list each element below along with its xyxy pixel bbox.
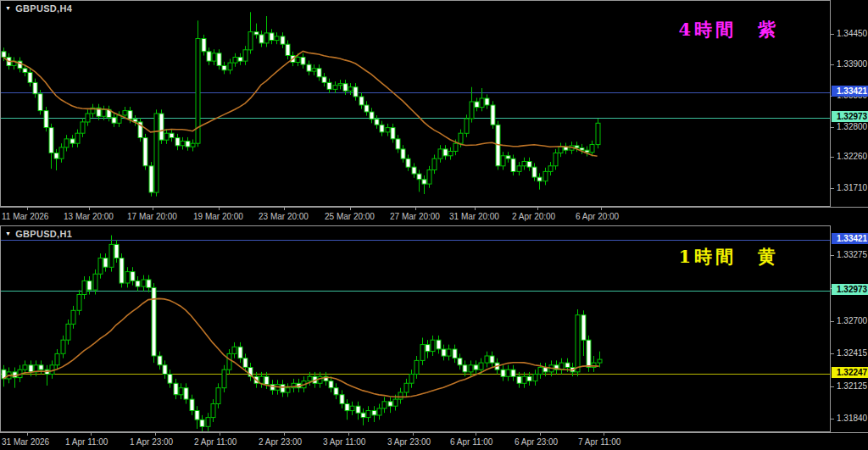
- time-tick-label: 31 Mar 2026: [2, 437, 49, 447]
- moving-average-line: [3, 51, 598, 156]
- chart-title-h4[interactable]: ▼GBPUSD,H4: [5, 3, 72, 14]
- price-tick-label: 1.31710: [831, 183, 868, 193]
- time-tick-label: 1 Apr 11:00: [65, 437, 108, 447]
- price-tick-label: 1.32260: [831, 152, 868, 162]
- time-tick-label: 6 Apr 20:00: [576, 212, 619, 221]
- tick-mark: [153, 208, 153, 210]
- tick-mark: [350, 208, 351, 210]
- time-tick-label: 1 Apr 23:00: [130, 437, 173, 447]
- candlestick-series: [2, 236, 602, 431]
- chart-menu-arrow-icon[interactable]: ▼: [5, 5, 11, 11]
- price-tag: 1.32247: [832, 367, 868, 378]
- tick-mark: [27, 433, 28, 436]
- time-tick-label: 31 Mar 20:00: [449, 212, 499, 221]
- timeframe-annotation-h4: 4時間 紫: [678, 18, 779, 42]
- tick-mark: [91, 433, 92, 436]
- timeframe-annotation-h1: 1時間 黄: [678, 245, 779, 269]
- tick-mark: [284, 208, 285, 210]
- price-tag: 1.32973: [832, 111, 868, 122]
- price-axis-h4[interactable]: 1.344501.339001.333501.328001.322601.317…: [831, 0, 868, 207]
- tick-mark: [831, 255, 834, 256]
- tick-mark: [27, 208, 28, 210]
- price-tick-label: 1.33275: [831, 250, 868, 260]
- time-tick-label: 3 Apr 23:00: [387, 437, 431, 447]
- price-tick-label: 1.32125: [831, 381, 868, 392]
- tick-mark: [831, 188, 834, 189]
- tick-mark: [476, 433, 476, 436]
- tick-mark: [831, 321, 834, 322]
- time-tick-label: 19 Mar 20:00: [193, 212, 243, 221]
- time-tick-label: 27 Mar 20:00: [390, 212, 440, 221]
- moving-average-line: [3, 298, 599, 397]
- price-tick-label: 1.34450: [831, 29, 868, 39]
- chart-panel-h1: ▼GBPUSD,H1 1時間 黄 1.332751.329901.327001.…: [0, 225, 868, 450]
- price-tag: 1.33421: [832, 86, 868, 97]
- tick-mark: [831, 419, 834, 419]
- time-tick-label: 2 Apr 23:00: [259, 437, 302, 447]
- tick-mark: [601, 208, 602, 210]
- time-tick-label: 2 Apr 20:00: [512, 212, 555, 221]
- tick-mark: [831, 353, 834, 354]
- tick-mark: [413, 433, 414, 436]
- candlestick-series: [2, 12, 600, 196]
- chart-panel-h4: ▼GBPUSD,H4 4時間 紫 1.344501.339001.333501.…: [0, 0, 868, 225]
- chart-menu-arrow-icon[interactable]: ▼: [5, 231, 11, 236]
- price-tag: 1.33421: [832, 233, 868, 244]
- tick-mark: [831, 64, 834, 65]
- price-tick-label: 1.32700: [831, 316, 868, 326]
- time-axis-h1[interactable]: 31 Mar 20261 Apr 11:001 Apr 23:002 Apr 1…: [0, 432, 868, 450]
- price-tag: 1.32973: [832, 284, 868, 295]
- symbol-period-label: GBPUSD,H4: [15, 3, 72, 14]
- tick-mark: [155, 433, 156, 436]
- time-tick-label: 3 Apr 11:00: [323, 437, 365, 447]
- time-tick-label: 2 Apr 11:00: [194, 437, 236, 447]
- tick-mark: [415, 208, 416, 210]
- tick-mark: [89, 208, 90, 210]
- time-tick-label: 17 Mar 20:00: [127, 212, 177, 221]
- price-axis-h1[interactable]: 1.332751.329901.327001.324151.321251.318…: [831, 225, 868, 432]
- time-tick-label: 23 Mar 20:00: [259, 212, 309, 221]
- tick-mark: [220, 433, 220, 436]
- time-tick-label: 6 Apr 23:00: [515, 437, 558, 447]
- tick-mark: [831, 34, 834, 35]
- time-tick-label: 6 Apr 11:00: [450, 437, 492, 447]
- tick-mark: [537, 208, 538, 210]
- price-tick-label: 1.33900: [831, 59, 868, 69]
- time-tick-label: 7 Apr 11:00: [578, 437, 620, 447]
- time-tick-label: 25 Mar 20:00: [325, 212, 375, 221]
- tick-mark: [831, 157, 834, 158]
- tick-mark: [284, 433, 285, 436]
- time-tick-label: 13 Mar 20:00: [64, 212, 114, 221]
- tick-mark: [219, 208, 220, 210]
- time-tick-label: 11 Mar 2026: [2, 212, 48, 221]
- chart-plot-area-h1[interactable]: ▼GBPUSD,H1 1時間 黄: [0, 225, 831, 432]
- tick-mark: [540, 433, 541, 436]
- price-tick-label: 1.32415: [831, 348, 868, 358]
- price-tick-label: 1.31840: [831, 414, 868, 424]
- chart-plot-area-h4[interactable]: ▼GBPUSD,H4 4時間 紫: [0, 0, 831, 207]
- tick-mark: [348, 433, 349, 436]
- symbol-period-label: GBPUSD,H1: [15, 229, 72, 239]
- tick-mark: [831, 386, 834, 387]
- chart-title-h1[interactable]: ▼GBPUSD,H1: [5, 229, 72, 239]
- tick-mark: [604, 433, 604, 436]
- time-axis-h4[interactable]: 11 Mar 202613 Mar 20:0017 Mar 20:0019 Ma…: [0, 207, 868, 225]
- tick-mark: [831, 127, 834, 128]
- price-tick-label: 1.32800: [831, 122, 868, 132]
- tick-mark: [475, 208, 476, 210]
